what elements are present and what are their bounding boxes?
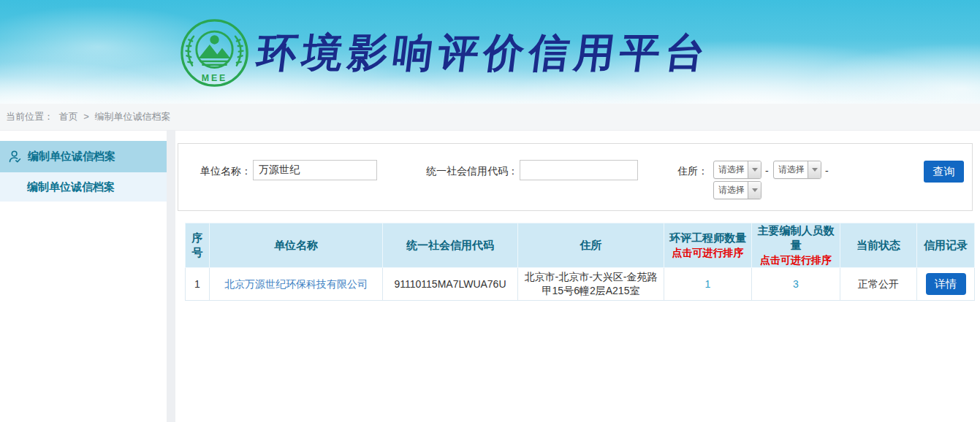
breadcrumb-prefix: 当前位置： [6, 111, 53, 122]
city-select[interactable]: 请选择 [773, 161, 821, 179]
column-header-credit-code: 统一社会信用代码 [383, 223, 518, 268]
svg-text:MEE: MEE [202, 73, 227, 83]
city-select-value: 请选择 [774, 161, 808, 178]
sidebar-item-unit-credit-archive[interactable]: 编制单位诚信档案 [0, 141, 167, 172]
breadcrumb-separator: > [83, 111, 89, 122]
sidebar-subitem-label: 编制单位诚信档案 [27, 180, 115, 194]
chevron-down-icon[interactable] [748, 182, 761, 199]
detail-button[interactable]: 详情 [926, 273, 966, 295]
column-header-status: 当前状态 [840, 223, 917, 268]
search-panel: 单位名称： 统一社会信用代码： 住所： 请选择 - 请选择 - 请选择 查询 [178, 143, 973, 211]
staff-count-link[interactable]: 3 [793, 278, 799, 290]
address-dash-2: - [825, 165, 829, 177]
engineer-sort-hint: 点击可进行排序 [666, 245, 750, 260]
district-select-value: 请选择 [714, 182, 748, 199]
column-header-company: 单位名称 [210, 223, 383, 268]
user-check-icon [7, 149, 23, 164]
column-header-credit-record: 信用记录 [917, 223, 975, 268]
sidebar-subitem-unit-credit-archive[interactable]: 编制单位诚信档案 [0, 172, 167, 202]
province-select-value: 请选择 [714, 161, 748, 178]
company-name-input[interactable] [253, 160, 377, 180]
breadcrumb: 当前位置： 首页 > 编制单位诚信档案 [0, 104, 980, 131]
sidebar-item-label: 编制单位诚信档案 [28, 150, 115, 164]
cell-address: 北京市-北京市-大兴区-金苑路甲15号6幢2层A215室 [518, 268, 664, 301]
column-header-address: 住所 [518, 223, 664, 268]
chevron-down-icon[interactable] [808, 161, 821, 178]
engineer-count-link[interactable]: 1 [705, 278, 711, 290]
district-select[interactable]: 请选择 [713, 181, 761, 199]
query-button[interactable]: 查询 [924, 161, 964, 183]
mee-logo-icon: MEE [180, 18, 249, 88]
table-header-row: 序号 单位名称 统一社会信用代码 住所 环评工程师数量 点击可进行排序 主要编制… [186, 223, 975, 268]
breadcrumb-current: 编制单位诚信档案 [94, 111, 170, 122]
staff-sort-hint: 点击可进行排序 [753, 253, 838, 267]
cell-index: 1 [186, 268, 210, 301]
company-name-label: 单位名称： [186, 165, 251, 178]
credit-code-label: 统一社会信用代码： [394, 165, 518, 178]
breadcrumb-home-link[interactable]: 首页 [59, 111, 78, 122]
sidebar-content-divider [167, 131, 175, 422]
chevron-down-icon[interactable] [748, 161, 761, 178]
province-select[interactable]: 请选择 [713, 161, 761, 179]
cell-status: 正常公开 [840, 268, 917, 301]
address-dash-1: - [765, 165, 769, 177]
credit-code-input[interactable] [520, 160, 638, 180]
site-banner: MEE 环境影响评价信用平台 [0, 0, 980, 104]
column-header-engineer-count-sort[interactable]: 环评工程师数量 点击可进行排序 [664, 223, 752, 268]
company-link[interactable]: 北京万源世纪环保科技有限公司 [224, 278, 368, 290]
staff-count-title: 主要编制人员数量 [758, 224, 835, 251]
column-header-staff-count-sort[interactable]: 主要编制人员数量 点击可进行排序 [752, 223, 840, 268]
page: MEE 环境影响评价信用平台 当前位置： 首页 > 编制单位诚信档案 编制单位诚… [0, 0, 980, 422]
column-header-index: 序号 [186, 223, 210, 268]
address-label: 住所： [646, 165, 708, 178]
cell-credit-code: 91110115MA7LWUA76U [383, 268, 518, 301]
engineer-count-title: 环评工程师数量 [669, 231, 746, 244]
results-table: 序号 单位名称 统一社会信用代码 住所 环评工程师数量 点击可进行排序 主要编制… [185, 223, 975, 301]
table-row: 1 北京万源世纪环保科技有限公司 91110115MA7LWUA76U 北京市-… [186, 268, 975, 301]
site-title: 环境影响评价信用平台 [254, 26, 713, 80]
